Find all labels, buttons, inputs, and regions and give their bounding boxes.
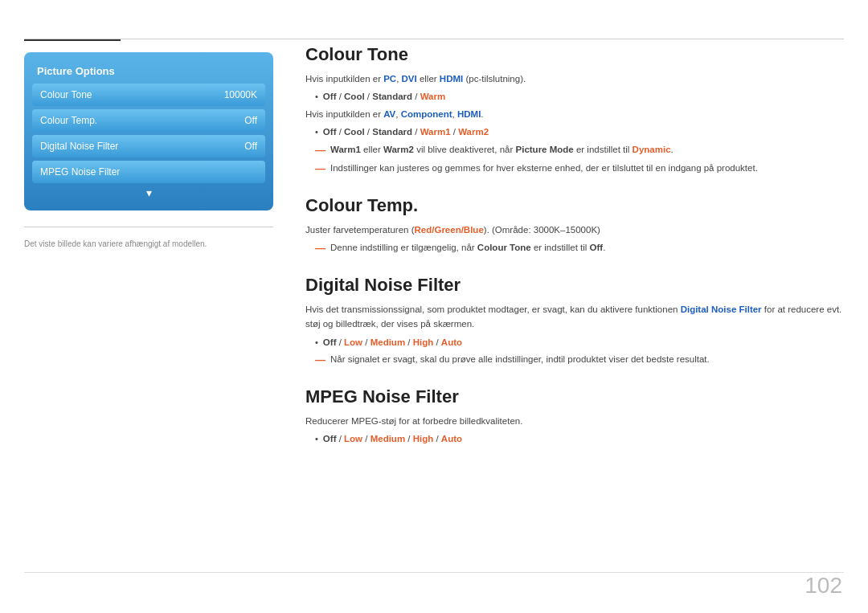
colour-temp-para1: Juster farvetemperaturen (Red/Green/Blue…: [305, 223, 844, 237]
section-title-digital-noise-filter: Digital Noise Filter: [305, 275, 844, 296]
digital-noise-dash1-text: Når signalet er svagt, skal du prøve all…: [330, 352, 710, 366]
section-digital-noise-filter: Digital Noise Filter Hvis det transmissi…: [305, 275, 844, 369]
digital-noise-bullet1-text: Off / Low / Medium / High / Auto: [323, 335, 462, 349]
caption-section: Det viste billede kan variere afhængigt …: [24, 227, 273, 250]
section-mpeg-noise-filter: MPEG Noise Filter Reducerer MPEG-støj fo…: [305, 386, 844, 447]
menu-item-mpeg-noise[interactable]: MPEG Noise Filter: [32, 161, 265, 183]
bullet-dot-1: •: [315, 90, 318, 104]
colour-tone-dash2: — Indstillinger kan justeres og gemmes f…: [315, 161, 844, 178]
digital-noise-para1: Hvis det transmissionssignal, som produk…: [305, 302, 844, 332]
section-title-mpeg-noise-filter: MPEG Noise Filter: [305, 386, 844, 407]
colour-tone-bullet2-text: Off / Cool / Standard / Warm1 / Warm2: [323, 125, 489, 139]
colour-tone-bullet1: • Off / Cool / Standard / Warm: [315, 89, 844, 104]
dash-mark-1: —: [315, 142, 326, 159]
mpeg-noise-para1: Reducerer MPEG-støj for at forbedre bill…: [305, 414, 844, 428]
section-colour-tone: Colour Tone Hvis inputkilden er PC, DVI …: [305, 44, 844, 178]
dash-mark-4: —: [315, 352, 326, 369]
colour-tone-bullet2: • Off / Cool / Standard / Warm1 / Warm2: [315, 125, 844, 140]
menu-item-colour-temp-label: Colour Temp.: [40, 115, 97, 126]
colour-tone-para1: Hvis inputkilden er PC, DVI eller HDMI (…: [305, 72, 844, 86]
menu-item-colour-temp[interactable]: Colour Temp. Off: [32, 109, 265, 132]
colour-tone-bullet1-text: Off / Cool / Standard / Warm: [323, 89, 445, 104]
colour-temp-dash1: — Denne indstilling er tilgængelig, når …: [315, 240, 844, 257]
section-title-colour-temp: Colour Temp.: [305, 195, 844, 216]
right-content: Colour Tone Hvis inputkilden er PC, DVI …: [305, 44, 844, 581]
left-panel: Picture Options Colour Tone 10000K Colou…: [24, 52, 273, 250]
section-title-colour-tone: Colour Tone: [305, 44, 844, 65]
menu-item-digital-noise[interactable]: Digital Noise Filter Off: [32, 135, 265, 157]
page-number: 102: [805, 573, 842, 599]
picture-options-box: Picture Options Colour Tone 10000K Colou…: [24, 52, 273, 210]
menu-item-colour-tone-label: Colour Tone: [40, 89, 92, 100]
picture-options-title: Picture Options: [32, 62, 265, 84]
digital-noise-bullet1: • Off / Low / Medium / High / Auto: [315, 335, 844, 350]
colour-tone-dash1-text: Warm1 eller Warm2 vil blive deaktiveret,…: [330, 142, 674, 157]
section-colour-temp: Colour Temp. Juster farvetemperaturen (R…: [305, 195, 844, 257]
menu-item-colour-temp-value: Off: [244, 115, 257, 126]
colour-tone-dash2-text: Indstillinger kan justeres og gemmes for…: [330, 161, 758, 175]
dash-mark-2: —: [315, 161, 326, 178]
bullet-dot-3: •: [315, 336, 318, 350]
menu-item-mpeg-noise-label: MPEG Noise Filter: [40, 166, 120, 178]
mpeg-noise-bullet1-text: Off / Low / Medium / High / Auto: [323, 431, 462, 446]
bullet-dot-4: •: [315, 432, 318, 447]
dash-mark-3: —: [315, 240, 326, 257]
colour-tone-para2: Hvis inputkilden er AV, Component, HDMI.: [305, 107, 844, 121]
caption-text: Det viste billede kan variere afhængigt …: [24, 239, 207, 248]
mpeg-noise-bullet1: • Off / Low / Medium / High / Auto: [315, 431, 844, 447]
bullet-dot-2: •: [315, 125, 318, 140]
colour-temp-dash1-text: Denne indstilling er tilgængelig, når Co…: [330, 240, 605, 255]
menu-item-digital-noise-label: Digital Noise Filter: [40, 141, 118, 152]
top-border-line: [24, 39, 844, 39]
bottom-border-line: [24, 572, 844, 573]
digital-noise-dash1: — Når signalet er svagt, skal du prøve a…: [315, 352, 844, 369]
colour-tone-dash1: — Warm1 eller Warm2 vil blive deaktivere…: [315, 142, 844, 159]
menu-item-digital-noise-value: Off: [244, 141, 257, 152]
arrow-down-icon: ▾: [32, 186, 265, 199]
menu-item-colour-tone-value: 10000K: [224, 89, 257, 100]
menu-item-colour-tone[interactable]: Colour Tone 10000K: [32, 84, 265, 106]
